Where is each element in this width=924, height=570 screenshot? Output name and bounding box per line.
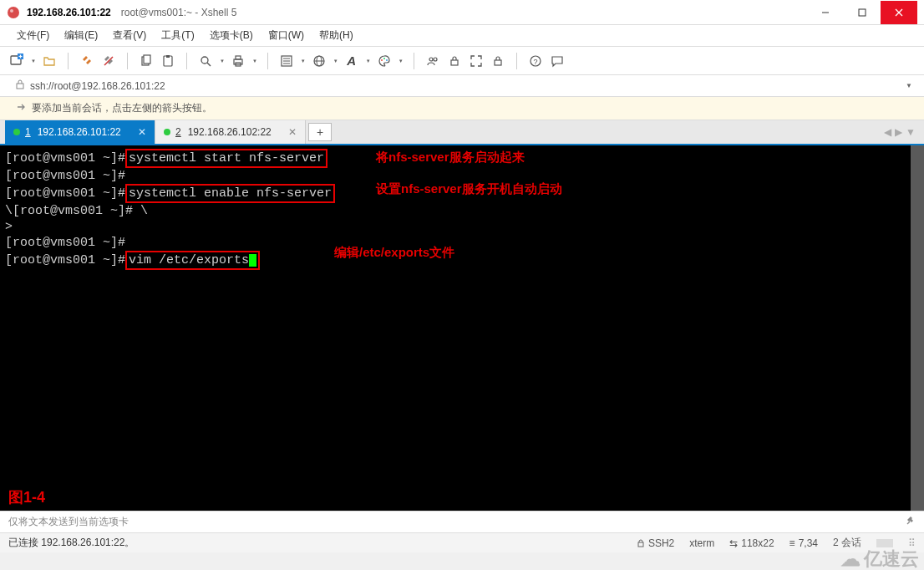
menu-tools[interactable]: 工具(T): [155, 26, 201, 45]
fullscreen-icon[interactable]: [468, 53, 485, 69]
window-title: 192.168.26.101:22: [27, 7, 111, 18]
toolbar: ▼ ▼ ▼ ▼ ▼ A ▼ ▼ ?: [0, 47, 924, 75]
svg-point-30: [429, 58, 433, 61]
cursor-status: ≡ 7,34: [789, 537, 818, 549]
titlebar: 192.168.26.101:22 root@vms001:~ - Xshell…: [0, 0, 924, 25]
tab-list-icon[interactable]: ▼: [906, 126, 916, 138]
svg-rect-33: [495, 60, 501, 65]
menu-file[interactable]: 文件(F): [10, 26, 56, 45]
tab-session-1[interactable]: 1 192.168.26.101:22 ✕: [5, 120, 155, 144]
terminal-scrollbar[interactable]: [911, 145, 924, 511]
svg-point-27: [381, 59, 383, 61]
termtype-status: xterm: [689, 537, 714, 549]
svg-rect-39: [876, 539, 893, 547]
tab-nav: ◀ ▶ ▼: [884, 120, 919, 144]
separator: [127, 53, 128, 69]
sendbar: 仅将文本发送到当前选项卡: [0, 511, 924, 532]
tab-label: 192.168.26.102:22: [188, 126, 272, 138]
maximize-button[interactable]: [844, 1, 881, 24]
disconnect-icon[interactable]: [100, 53, 117, 69]
tab-add-button[interactable]: +: [308, 123, 332, 141]
addressbar: ssh://root@192.168.26.101:22 ▼: [0, 75, 924, 97]
menu-tab[interactable]: 选项卡(B): [203, 26, 260, 45]
send-input[interactable]: 仅将文本发送到当前选项卡: [8, 515, 906, 529]
annotation: 编辑/etc/exports文件: [334, 244, 454, 260]
command-highlight: systemctl start nfs-server: [125, 149, 327, 168]
print-icon[interactable]: [230, 53, 246, 69]
terminal[interactable]: [root@vms001 ~]# systemctl start nfs-ser…: [0, 145, 924, 511]
open-icon[interactable]: [41, 53, 58, 69]
svg-point-28: [383, 58, 385, 59]
dropdown-icon[interactable]: ▼: [31, 59, 36, 64]
separator: [186, 53, 187, 69]
figure-label: 图1-4: [8, 490, 45, 506]
dropdown-icon[interactable]: ▼: [399, 59, 404, 64]
app-icon: [7, 6, 20, 19]
lock-icon[interactable]: [446, 53, 463, 69]
palette-icon[interactable]: [376, 53, 393, 69]
tab-prev-icon[interactable]: ◀: [884, 126, 891, 138]
users-icon[interactable]: [424, 53, 441, 69]
hint-text: 要添加当前会话，点击左侧的箭头按钮。: [32, 101, 212, 115]
lock-icon: [637, 539, 645, 547]
size-status: ⇆ 118x22: [729, 537, 774, 549]
tab-next-icon[interactable]: ▶: [895, 126, 902, 138]
new-session-icon[interactable]: [8, 53, 25, 69]
dropdown-icon[interactable]: ▼: [252, 59, 257, 64]
chat-icon[interactable]: [549, 53, 566, 69]
status-led-icon: [13, 129, 20, 135]
prompt: [root@vms001 ~]#: [5, 235, 125, 251]
protocol-status: SSH2: [637, 537, 674, 549]
svg-rect-32: [451, 60, 458, 65]
close-button[interactable]: [881, 1, 917, 24]
menu-window[interactable]: 窗口(W): [261, 26, 311, 45]
menubar: 文件(F) 编辑(E) 查看(V) 工具(T) 选项卡(B) 窗口(W) 帮助(…: [0, 25, 924, 47]
hintbar: 要添加当前会话，点击左侧的箭头按钮。: [0, 97, 924, 120]
svg-rect-38: [638, 542, 643, 547]
svg-rect-12: [144, 55, 150, 64]
minimize-button[interactable]: [807, 1, 844, 24]
separator: [267, 53, 268, 69]
prompt-escaped: \[root@vms001 ~]# \: [5, 203, 148, 219]
separator: [414, 53, 414, 69]
svg-rect-14: [166, 55, 170, 58]
paste-icon[interactable]: [160, 53, 176, 69]
watermark-text: 亿速云: [864, 547, 919, 570]
address-text[interactable]: ssh://root@192.168.26.101:22: [30, 80, 165, 92]
tab-close-icon[interactable]: ✕: [288, 126, 297, 138]
annotation: 设置nfs-server服务开机自动启动: [376, 181, 562, 196]
help-icon[interactable]: ?: [527, 53, 544, 69]
font-icon[interactable]: A: [343, 53, 360, 69]
globe-icon[interactable]: [311, 53, 327, 69]
svg-text:?: ?: [533, 58, 537, 66]
arrow-icon[interactable]: [15, 101, 27, 115]
lock-icon: [15, 79, 25, 92]
address-dropdown-icon[interactable]: ▼: [906, 82, 916, 89]
dropdown-icon[interactable]: ▼: [333, 59, 338, 64]
search-icon[interactable]: [197, 53, 214, 69]
dropdown-icon[interactable]: ▼: [220, 59, 225, 64]
reconnect-icon[interactable]: [79, 53, 95, 69]
menu-help[interactable]: 帮助(H): [312, 26, 360, 45]
svg-rect-36: [17, 84, 23, 89]
tab-close-icon[interactable]: ✕: [138, 126, 146, 138]
dropdown-icon[interactable]: ▼: [301, 59, 306, 64]
svg-line-16: [207, 63, 211, 66]
annotation: 将nfs-server服务启动起来: [376, 149, 525, 165]
watermark: ☁ 亿速云: [840, 547, 919, 570]
lock2-icon[interactable]: [490, 53, 506, 69]
svg-line-37: [907, 522, 910, 524]
tab-session-2[interactable]: 2 192.168.26.102:22 ✕: [155, 120, 306, 144]
copy-icon[interactable]: [138, 53, 155, 69]
dropdown-icon[interactable]: ▼: [366, 59, 371, 64]
tab-number: 1: [25, 126, 31, 138]
menu-edit[interactable]: 编辑(E): [58, 26, 104, 45]
menu-view[interactable]: 查看(V): [106, 26, 153, 45]
pin-icon[interactable]: [906, 516, 916, 528]
connection-status: 已连接 192.168.26.101:22。: [8, 536, 622, 550]
svg-point-0: [8, 7, 19, 18]
prompt: [root@vms001 ~]#: [5, 186, 125, 201]
properties-icon[interactable]: [278, 53, 295, 69]
command-highlight: systemctl enable nfs-server: [125, 184, 335, 203]
prompt: [root@vms001 ~]#: [5, 168, 125, 184]
